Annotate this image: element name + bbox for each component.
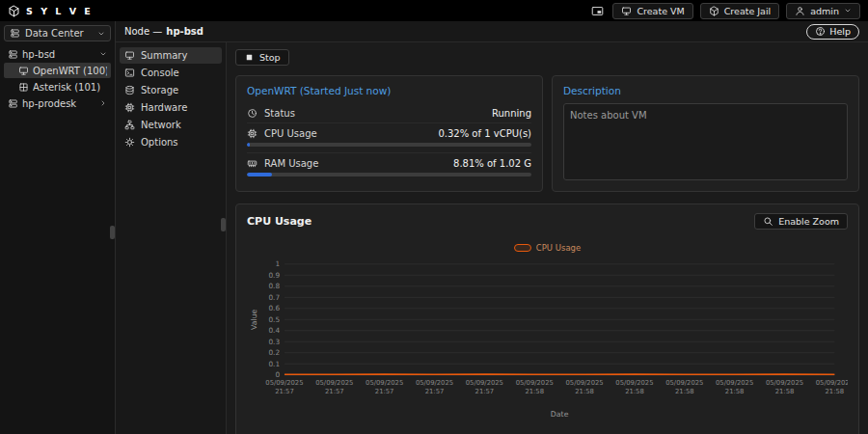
tree-item-hp-bsd[interactable]: hp-bsd [4, 46, 111, 62]
vm-summary-card: OpenWRT (Started Just now) StatusRunning… [235, 75, 543, 192]
menu-item-label: Network [141, 120, 181, 130]
datacenter-select[interactable]: Data Center [4, 25, 111, 41]
svg-text:21:57: 21:57 [375, 388, 394, 395]
svg-text:0.4: 0.4 [268, 326, 280, 335]
vm-tree: hp-bsdOpenWRT (100)Asterisk (101)hp-prod… [4, 46, 111, 111]
create-vm-button[interactable]: Create VM [612, 3, 692, 19]
main-panel: Node — hp-bsd Help SummaryConsoleStorage… [116, 21, 868, 434]
monitor-icon [124, 50, 135, 61]
chevron-down-icon [99, 50, 107, 58]
svg-text:05/09/2025: 05/09/2025 [366, 379, 403, 387]
chevron-down-icon [97, 30, 105, 38]
cpu-usage-chart-card: CPU Usage Enable Zoom CPU Usage 00.10.20… [235, 203, 859, 434]
create-jail-button[interactable]: Create Jail [700, 3, 780, 19]
app-body: Data Center hp-bsdOpenWRT (100)Asterisk … [0, 21, 868, 434]
sidebar-resize-handle[interactable] [110, 226, 115, 239]
svg-text:21:57: 21:57 [275, 388, 294, 395]
svg-text:05/09/2025: 05/09/2025 [416, 379, 453, 387]
menu-item-options[interactable]: Options [120, 134, 222, 150]
svg-text:0.2: 0.2 [268, 348, 280, 357]
content-area: Stop OpenWRT (Started Just now) StatusRu… [227, 42, 868, 434]
vm-toolbar: Stop [235, 49, 859, 66]
svg-text:Date: Date [551, 410, 569, 419]
enable-zoom-button[interactable]: Enable Zoom [754, 213, 848, 230]
svg-text:21:58: 21:58 [625, 388, 644, 395]
legend-swatch-icon [514, 244, 531, 252]
chart-legend[interactable]: CPU Usage [247, 243, 848, 253]
stop-button[interactable]: Stop [235, 49, 289, 66]
menu-resize-handle[interactable] [221, 218, 226, 231]
person-icon [795, 6, 805, 16]
svg-text:21:58: 21:58 [775, 388, 795, 395]
sidebar: Data Center hp-bsdOpenWRT (100)Asterisk … [0, 21, 116, 434]
svg-text:05/09/2025: 05/09/2025 [816, 379, 848, 387]
datacenter-label: Data Center [25, 28, 93, 39]
tree-item-hp-prodesk[interactable]: hp-prodesk [4, 95, 111, 111]
summary-row-label: RAM Usage [264, 158, 318, 169]
summary-row-label: Status [264, 108, 295, 119]
tree-item-openwrt-100[interactable]: OpenWRT (100) [4, 63, 111, 78]
svg-text:21:58: 21:58 [575, 388, 594, 395]
vm-summary-rows: StatusRunningCPU Usage0.32% of 1 vCPU(s)… [247, 103, 531, 176]
menu-item-label: Console [141, 68, 179, 78]
menu-item-storage[interactable]: Storage [120, 82, 222, 98]
svg-text:05/09/2025: 05/09/2025 [516, 379, 554, 387]
create-vm-label: Create VM [637, 6, 684, 16]
svg-text:21:58: 21:58 [525, 388, 544, 395]
magnifier-icon [763, 216, 773, 227]
network-icon [124, 120, 135, 130]
monitor-icon [621, 6, 632, 16]
terminal-window-icon [591, 5, 604, 17]
datacenter-icon [10, 28, 20, 39]
terminal-window-button[interactable] [589, 5, 606, 17]
svg-text:Value: Value [250, 309, 258, 330]
summary-row-cpu-usage: CPU Usage0.32% of 1 vCPU(s) [247, 123, 531, 153]
chip-icon [247, 128, 258, 139]
brand-name: S Y L V E [26, 6, 93, 16]
menu-item-console[interactable]: Console [120, 65, 222, 81]
node-menu: SummaryConsoleStorageHardwareNetworkOpti… [116, 42, 227, 434]
svg-text:21:58: 21:58 [725, 388, 745, 395]
menu-item-hardware[interactable]: Hardware [120, 99, 222, 116]
topbar: S Y L V E Create VM Create Jail admin [0, 0, 868, 21]
tree-item-label: OpenWRT (100) [33, 66, 107, 76]
svg-text:05/09/2025: 05/09/2025 [716, 379, 753, 387]
svg-text:05/09/2025: 05/09/2025 [466, 379, 503, 387]
chip-icon [124, 102, 135, 113]
menu-item-label: Hardware [141, 102, 187, 113]
menu-item-label: Storage [141, 85, 178, 95]
user-menu-button[interactable]: admin [786, 3, 860, 19]
svg-text:0.9: 0.9 [268, 271, 280, 280]
create-jail-label: Create Jail [724, 6, 772, 16]
help-button[interactable]: Help [806, 24, 859, 40]
menu-item-summary[interactable]: Summary [120, 47, 222, 64]
node-header: Node — hp-bsd Help [116, 21, 868, 42]
description-title: Description [563, 85, 848, 96]
description-textarea[interactable] [563, 103, 848, 180]
svg-text:0.5: 0.5 [268, 315, 280, 324]
terminal-icon [124, 68, 135, 78]
usage-progress-bar [247, 143, 531, 147]
node-header-prefix: Node — [124, 26, 162, 37]
description-card: Description [552, 75, 859, 192]
help-label: Help [829, 26, 851, 37]
tree-item-asterisk-101[interactable]: Asterisk (101) [4, 79, 111, 95]
chevron-down-icon [844, 7, 852, 14]
tree-item-label: hp-prodesk [22, 98, 95, 109]
menu-item-network[interactable]: Network [120, 117, 222, 133]
svg-text:0.1: 0.1 [268, 360, 280, 368]
chevron-right-icon [99, 99, 107, 107]
jail-box-icon [709, 6, 719, 16]
summary-cards-row: OpenWRT (Started Just now) StatusRunning… [235, 75, 859, 192]
svg-text:0.8: 0.8 [268, 282, 280, 290]
content-row: SummaryConsoleStorageHardwareNetworkOpti… [116, 42, 868, 434]
app-brand: S Y L V E [8, 5, 93, 17]
svg-text:0.7: 0.7 [268, 293, 280, 302]
svg-text:0: 0 [275, 370, 280, 379]
monitor-icon [18, 66, 29, 76]
svg-text:05/09/2025: 05/09/2025 [565, 379, 603, 387]
stop-label: Stop [259, 52, 281, 63]
svg-text:05/09/2025: 05/09/2025 [615, 379, 653, 387]
summary-row-value: 0.32% of 1 vCPU(s) [438, 128, 531, 139]
svg-text:21:58: 21:58 [826, 388, 845, 395]
